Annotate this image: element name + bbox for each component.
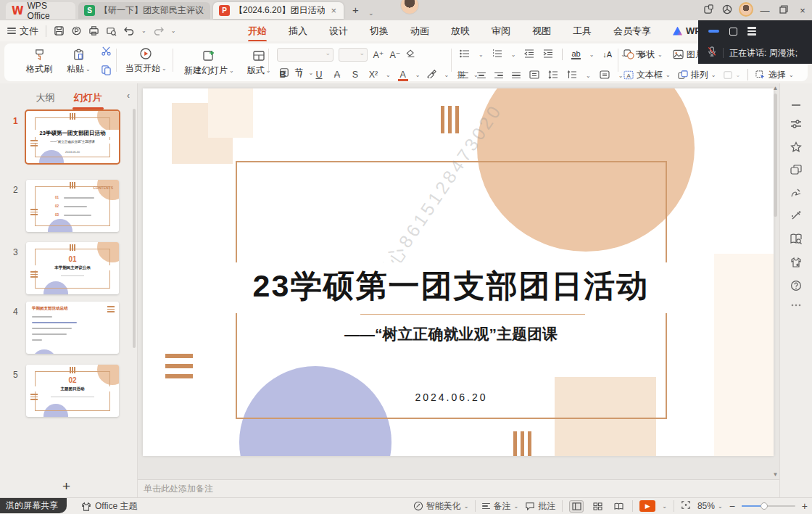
office-theme-button[interactable]: Office 主题 — [81, 500, 137, 513]
normal-view-button[interactable] — [569, 500, 584, 513]
text-shadow-button[interactable]: S — [349, 70, 361, 80]
tab-slides[interactable]: 幻灯片 — [72, 89, 104, 107]
smart-beautify-button[interactable]: 智能美化⌄ — [413, 500, 469, 513]
superscript-button[interactable]: X² — [368, 70, 379, 80]
redo-button[interactable] — [153, 26, 165, 36]
zoom-out-button[interactable]: − — [729, 500, 735, 512]
file-menu-button[interactable]: 文件 — [7, 25, 38, 38]
tab-view[interactable]: 视图 — [531, 22, 552, 41]
close-tab-icon[interactable]: × — [329, 5, 338, 16]
fit-to-screen-button[interactable] — [681, 500, 691, 512]
strikethrough-button[interactable]: A — [331, 70, 343, 80]
align-right-button[interactable] — [494, 72, 503, 79]
highlight-button[interactable] — [426, 69, 437, 80]
scroll-down-icon[interactable]: ▼ — [772, 471, 779, 478]
meeting-participant-avatar[interactable] — [400, 0, 419, 14]
tab-design[interactable]: 设计 — [328, 22, 349, 41]
slide-editor[interactable]: 王可心8615128473020 23学硕第一团支部团日活动 ——“树立正确就业… — [143, 88, 774, 456]
account-avatar[interactable] — [737, 2, 755, 19]
tab-review[interactable]: 审阅 — [490, 22, 512, 41]
slide-sorter-view-button[interactable] — [590, 500, 605, 513]
arrange-button[interactable]: 排列⌄ — [678, 67, 716, 83]
tab-slideshow[interactable]: 放映 — [450, 22, 471, 41]
cut-button[interactable] — [101, 46, 112, 59]
decrease-font-button[interactable]: A⁻ — [389, 49, 401, 60]
slideshow-play-button[interactable]: ▶ — [639, 500, 655, 512]
print-button[interactable] — [88, 25, 99, 36]
font-color-button[interactable]: A — [397, 70, 409, 80]
slide-canvas[interactable]: 王可心8615128473020 23学硕第一团支部团日活动 ——“树立正确就业… — [138, 83, 779, 479]
decrease-indent-button[interactable] — [524, 49, 534, 60]
close-window-button[interactable]: × — [793, 5, 812, 16]
play-from-current-button[interactable]: 当页开始⌄ — [121, 46, 171, 76]
font-family-select[interactable] — [277, 48, 334, 62]
text-align-box-button[interactable] — [600, 70, 610, 81]
slide-thumbnail-1[interactable]: 23学硕第一团支部团日活动 ——“树立正确就业观”主题团课 2024.06.20 — [26, 111, 119, 163]
object-properties-icon[interactable] — [790, 119, 802, 129]
slide-thumbnail-4[interactable]: 学期团支部活动总结 — [26, 302, 119, 354]
search-reference-icon[interactable] — [790, 233, 802, 244]
shapes-button[interactable]: 形状⌄ — [624, 46, 663, 62]
tab-animation[interactable]: 动画 — [409, 22, 431, 41]
scroll-up-icon[interactable]: ▲ — [772, 85, 779, 91]
text-direction-button[interactable]: ab — [571, 49, 580, 59]
bullet-list-button[interactable] — [460, 49, 470, 60]
dock-window-icon[interactable] — [699, 4, 718, 16]
help-icon[interactable] — [790, 280, 802, 291]
slide-title[interactable]: 23学硕第一团支部团日活动 — [223, 262, 679, 313]
save-button[interactable] — [54, 25, 65, 36]
more-options-icon[interactable] — [790, 304, 802, 307]
increase-indent-button[interactable] — [543, 49, 553, 60]
overlay-minimize-icon[interactable] — [708, 30, 719, 33]
bold-button[interactable]: B — [277, 70, 289, 80]
minimize-button[interactable]: — — [755, 5, 774, 16]
align-center-button[interactable] — [477, 72, 486, 79]
new-tab-button[interactable]: + — [352, 4, 359, 17]
muted-mic-icon[interactable] — [707, 46, 717, 59]
format-painter-button[interactable]: 格式刷 — [22, 46, 57, 78]
zoom-in-button[interactable]: + — [802, 500, 808, 512]
tab-tools[interactable]: 工具 — [571, 22, 593, 41]
tab-transition[interactable]: 切换 — [368, 22, 390, 41]
panel-scrollbar[interactable] — [133, 109, 136, 348]
screen-share-badge[interactable]: 淇的屏幕共享 — [0, 498, 67, 513]
tab-member[interactable]: 会员专享 — [612, 22, 652, 41]
notes-bar[interactable]: 单击此处添加备注 — [138, 479, 779, 497]
collapse-panel-icon[interactable]: ‹ — [127, 91, 130, 101]
justify-button[interactable] — [512, 72, 521, 79]
slide-thumbnail-5[interactable]: 02 主题团日活动 — [26, 365, 119, 417]
undo-button[interactable] — [123, 26, 135, 36]
line-spacing-button[interactable] — [548, 70, 558, 81]
clear-format-button[interactable] — [406, 49, 416, 60]
wps-office-home-tab[interactable]: W WPS Office — [6, 2, 75, 19]
tab-insert[interactable]: 插入 — [287, 22, 309, 41]
favorites-star-icon[interactable] — [790, 141, 802, 152]
restore-button[interactable] — [774, 5, 793, 16]
slide-date[interactable]: 2024.06.20 — [236, 391, 667, 403]
print-preview-button[interactable] — [106, 25, 117, 36]
new-slide-button[interactable]: 新建幻灯片⌄ — [180, 46, 239, 80]
zoom-slider[interactable] — [742, 505, 795, 507]
add-slide-button[interactable]: + — [62, 478, 70, 494]
ppt-document-tab-active[interactable]: P 【2024.6.20】团日活动.pptx × — [213, 2, 344, 19]
canvas-scrollbar[interactable]: ▲ ▼ — [772, 83, 779, 479]
numbered-list-button[interactable] — [492, 49, 502, 60]
undo-chevron-icon[interactable]: ⌄ — [141, 28, 146, 34]
slide-thumbnail-2[interactable]: CONTENTS 01 02 03 — [26, 180, 119, 232]
play-options-chevron-icon[interactable]: ⌄ — [662, 503, 667, 510]
distribute-text-button[interactable] — [529, 70, 539, 81]
italic-button[interactable]: I — [295, 70, 307, 80]
collapse-rail-icon[interactable] — [791, 104, 801, 107]
slide-layout-button[interactable]: 版式⌄ — [243, 46, 276, 80]
sheet-document-tab[interactable]: S 【研一下】团支部民主评议分数公〉 — [78, 2, 210, 19]
scrollbar-thumb[interactable] — [774, 94, 777, 217]
font-size-select[interactable] — [339, 48, 368, 62]
globe-icon[interactable] — [718, 4, 737, 17]
reading-view-button[interactable] — [611, 500, 626, 513]
zoom-level[interactable]: 85%⌄ — [697, 501, 723, 511]
overlay-window-icon[interactable] — [729, 28, 737, 36]
tab-outline[interactable]: 大纲 — [35, 89, 57, 107]
animation-pane-icon[interactable] — [790, 165, 802, 175]
zoom-slider-knob[interactable] — [761, 502, 768, 510]
skin-theme-icon[interactable] — [790, 257, 802, 268]
